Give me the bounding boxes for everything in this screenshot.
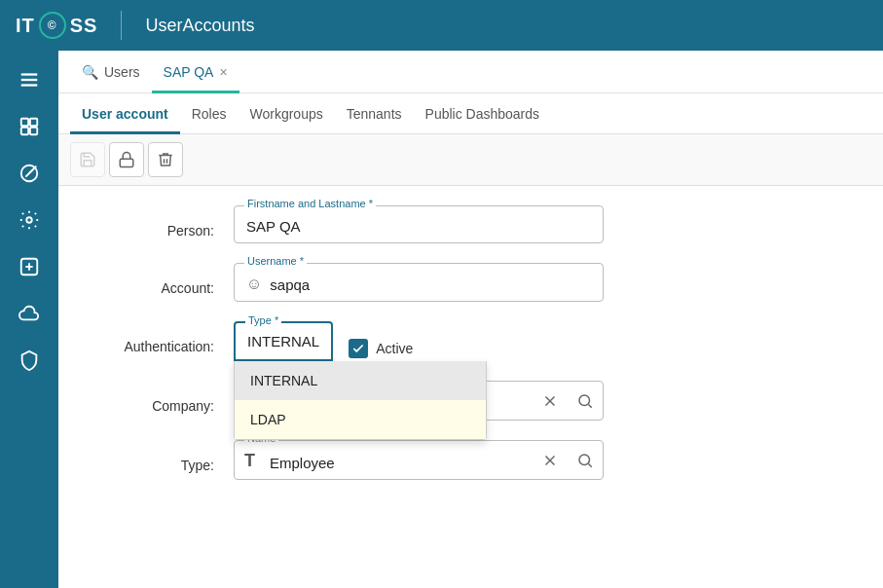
sub-tab-tennants-label: Tennants <box>347 106 402 122</box>
svg-rect-6 <box>30 128 37 134</box>
firstname-label: Firstname and Lastname * <box>244 198 376 209</box>
tab-sapqa[interactable]: SAP QA × <box>152 51 239 93</box>
person-label: Person: <box>97 205 214 239</box>
user-icon: ☺ <box>246 276 262 293</box>
logo-circle: © <box>39 12 66 39</box>
sidebar-item-dashboard[interactable] <box>8 105 51 148</box>
toolbar <box>58 134 883 186</box>
firstname-value: SAP QA <box>246 212 591 237</box>
sub-tab-roles-label: Roles <box>192 106 227 122</box>
gear-icon <box>18 209 40 231</box>
type-field-wrap: Name T Employee <box>234 440 604 480</box>
search-icon <box>576 392 594 410</box>
account-field-wrap: Username * ☺ sapqa <box>234 263 604 302</box>
sidebar-item-cloud[interactable] <box>8 292 51 335</box>
app-title: UserAccounts <box>145 16 254 36</box>
tab-sapqa-close[interactable]: × <box>219 65 227 79</box>
type-value: Employee <box>235 441 533 479</box>
main-content: 🔍 Users SAP QA × User account Roles Work… <box>58 51 883 588</box>
top-header: IT © SS UserAccounts <box>0 0 883 51</box>
type-clear-icon <box>541 452 559 469</box>
logo: IT © SS <box>16 12 97 39</box>
auth-dropdown-list: INTERNAL LDAP <box>234 361 487 440</box>
svg-rect-4 <box>30 119 37 126</box>
sub-tab-useraccount[interactable]: User account <box>70 93 180 134</box>
check-icon <box>351 342 365 355</box>
type-clear-button[interactable] <box>533 443 568 478</box>
active-label: Active <box>376 341 413 356</box>
firstname-field[interactable]: Firstname and Lastname * SAP QA <box>234 205 604 243</box>
cloud-icon <box>18 303 40 324</box>
sub-tab-public-dashboards-label: Public Dashboards <box>425 106 540 122</box>
plus-medical-icon <box>18 256 40 277</box>
sidebar-item-medical[interactable] <box>8 245 51 288</box>
type-field[interactable]: Name T Employee <box>234 440 604 480</box>
tab-users-label: Users <box>104 64 140 80</box>
auth-controls: Type * INTERNAL INTERNAL LDAP <box>234 321 413 361</box>
tab-bar: 🔍 Users SAP QA × <box>58 51 883 93</box>
company-clear-button[interactable] <box>533 384 568 419</box>
clear-icon <box>541 392 559 410</box>
logo-text: IT <box>16 15 35 37</box>
sidebar-item-menu[interactable] <box>8 58 51 101</box>
dropdown-option-ldap[interactable]: LDAP <box>235 400 486 439</box>
company-label: Company: <box>97 381 214 414</box>
sidebar <box>0 51 58 588</box>
type-search-button[interactable] <box>568 443 603 478</box>
shield-icon <box>18 349 40 371</box>
option-internal-label: INTERNAL <box>250 373 317 388</box>
person-field-wrap: Firstname and Lastname * SAP QA <box>234 205 604 243</box>
sidebar-item-security[interactable] <box>8 339 51 382</box>
layout: 🔍 Users SAP QA × User account Roles Work… <box>0 51 883 588</box>
active-row: Active <box>349 321 413 358</box>
svg-point-21 <box>579 455 590 465</box>
save-button[interactable] <box>70 142 105 177</box>
delete-icon <box>157 151 174 168</box>
sub-tab-useraccount-label: User account <box>82 106 168 122</box>
username-label: Username * <box>244 255 307 267</box>
option-ldap-label: LDAP <box>250 412 286 427</box>
company-search-button[interactable] <box>568 384 603 419</box>
sidebar-item-navigate[interactable] <box>8 152 51 195</box>
person-row: Person: Firstname and Lastname * SAP QA <box>97 205 844 243</box>
sub-tab-bar: User account Roles Workgroups Tennants P… <box>58 93 883 134</box>
auth-type-dropdown[interactable]: Type * INTERNAL INTERNAL LDAP <box>234 321 333 361</box>
type-label: Type: <box>97 440 214 473</box>
form-area: Person: Firstname and Lastname * SAP QA … <box>58 186 883 588</box>
sub-tab-workgroups-label: Workgroups <box>250 106 323 122</box>
authentication-label: Authentication: <box>97 321 214 354</box>
type-float-label: Type * <box>245 314 281 326</box>
compass-icon <box>18 163 40 184</box>
sub-tab-tennants[interactable]: Tennants <box>335 93 414 134</box>
svg-point-17 <box>579 395 590 406</box>
username-text: sapqa <box>270 276 310 293</box>
sub-tab-roles[interactable]: Roles <box>180 93 239 134</box>
sidebar-item-settings[interactable] <box>8 199 51 241</box>
auth-type-value: INTERNAL <box>247 329 319 353</box>
logo-text2: SS <box>70 15 98 37</box>
active-checkbox[interactable] <box>349 339 368 358</box>
grid-icon <box>18 116 40 137</box>
username-field[interactable]: Username * ☺ sapqa <box>234 263 604 302</box>
sub-tab-workgroups[interactable]: Workgroups <box>239 93 335 134</box>
type-icon: T <box>244 450 255 470</box>
svg-line-22 <box>588 463 591 466</box>
save-icon <box>79 151 96 168</box>
svg-rect-5 <box>21 128 28 134</box>
lock-icon <box>118 151 135 168</box>
logo-divider <box>121 11 122 40</box>
account-label: Account: <box>97 263 214 296</box>
lock-button[interactable] <box>109 142 144 177</box>
auth-type-trigger[interactable]: Type * INTERNAL <box>234 321 333 361</box>
tab-sapqa-label: SAP QA <box>164 64 214 80</box>
svg-point-10 <box>26 217 32 223</box>
svg-marker-9 <box>29 166 36 173</box>
menu-icon <box>18 69 40 91</box>
delete-button[interactable] <box>148 142 183 177</box>
account-row: Account: Username * ☺ sapqa <box>97 263 844 302</box>
dropdown-option-internal[interactable]: INTERNAL <box>235 361 486 400</box>
svg-line-18 <box>588 404 591 407</box>
authentication-row: Authentication: Type * INTERNAL INTERNAL <box>97 321 844 361</box>
tab-users[interactable]: 🔍 Users <box>70 51 152 93</box>
sub-tab-public-dashboards[interactable]: Public Dashboards <box>414 93 552 134</box>
